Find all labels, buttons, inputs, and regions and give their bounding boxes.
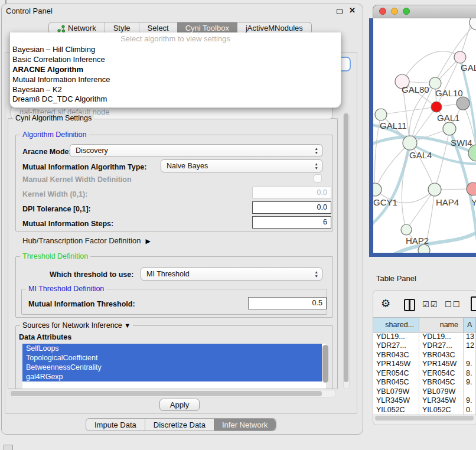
- list-scrollbar-thumb[interactable]: [322, 345, 328, 383]
- network-node[interactable]: [401, 224, 412, 235]
- table-cell: [464, 387, 476, 396]
- table-cell: YBL079W: [373, 387, 419, 396]
- which-threshold-value: MI Threshold: [146, 270, 190, 278]
- dropdown-item-bayesian-hill-climbing[interactable]: Bayesian – Hill Climbing: [12, 45, 110, 55]
- tab-infer-network[interactable]: Infer Network: [214, 419, 276, 431]
- network-node[interactable]: [443, 122, 456, 135]
- table-cell: YER054C: [373, 369, 419, 378]
- network-node-label: GAL1: [437, 113, 459, 123]
- close-icon[interactable]: ✕: [349, 6, 356, 15]
- table-row[interactable]: YPR145WYPR145W9.: [373, 360, 476, 369]
- network-node[interactable]: [375, 109, 387, 120]
- manual-kernel-checkbox[interactable]: [314, 174, 322, 182]
- network-edge[interactable]: [406, 190, 435, 230]
- network-node-label: Y: [471, 197, 476, 207]
- gear-icon[interactable]: ⚙: [381, 297, 390, 310]
- manual-kernel-label: Manual Kernel Width Definition: [22, 175, 132, 184]
- float-window-icon[interactable]: [337, 9, 343, 14]
- which-threshold-select[interactable]: MI Threshold ▲▼: [141, 268, 322, 281]
- mi-threshold-group-title: MI Threshold Definition: [26, 285, 106, 293]
- dpi-tolerance-label: DPI Tolerance [0,1]:: [22, 205, 91, 213]
- tab-impute-data[interactable]: Impute Data: [86, 419, 145, 431]
- mi-steps-label: Mutual Information Steps:: [22, 220, 113, 228]
- table-cell: YLR345W: [373, 396, 419, 405]
- table-row[interactable]: YLR345WYLR345W9.: [373, 396, 476, 405]
- network-node[interactable]: [403, 136, 417, 150]
- network-node[interactable]: [457, 97, 470, 110]
- window-minimize-button[interactable]: [391, 8, 398, 15]
- mi-type-select[interactable]: Naive Bayes ▲▼: [161, 159, 322, 172]
- table-body: YDL19...YDL19...13YDR27...YDR27...12YBR0…: [373, 332, 476, 415]
- aracne-mode-value: Discovery: [76, 146, 108, 155]
- network-edge[interactable]: [381, 107, 436, 115]
- algorithm-dropdown-list: Bayesian – Hill Climbing Basic Correlati…: [12, 45, 110, 105]
- table-cell: YBR045C: [419, 378, 464, 387]
- aracne-mode-select[interactable]: Discovery ▲▼: [70, 144, 322, 157]
- algorithm-dropdown-placeholder: Select algorithm to view settings: [9, 34, 341, 43]
- table-cell: YER054C: [419, 369, 464, 378]
- kernel-width-label: Kernel Width (0,1):: [22, 190, 87, 198]
- dropdown-item-aracne[interactable]: ARACNE Algorithm: [12, 65, 110, 75]
- network-node[interactable]: [431, 102, 442, 112]
- table-cell: 0.: [464, 406, 476, 415]
- algorithm-definition-title: Algorithm Definition: [20, 131, 89, 139]
- column-header-name[interactable]: name: [419, 317, 464, 332]
- network-node-label: HAP4: [436, 197, 459, 207]
- dropdown-item-bayesian-k2[interactable]: Bayesian – K2: [12, 85, 110, 95]
- hub-definition-toggle[interactable]: Hub/Transcription Factor Definition▶: [22, 236, 151, 245]
- table-row[interactable]: YBL079WYBL079W: [373, 387, 476, 396]
- cyni-bottom-tabbar: Impute Data Discretize Data Infer Networ…: [86, 418, 276, 431]
- table-hscrollbar-thumb[interactable]: [375, 416, 474, 420]
- network-node[interactable]: [467, 182, 476, 195]
- dropdown-item-basic-correlation[interactable]: Basic Correlation Inference: [12, 55, 110, 65]
- mi-steps-field[interactable]: 6: [252, 216, 331, 229]
- settings-hscrollbar-thumb[interactable]: [11, 391, 322, 396]
- table-row[interactable]: YBR043CYBR043C: [373, 351, 476, 360]
- sources-group-title[interactable]: Sources for Network Inference ▼: [20, 321, 133, 330]
- table-row[interactable]: YDR27...YDR27...12: [373, 341, 476, 350]
- table-cell: [464, 351, 476, 360]
- columns-icon[interactable]: [404, 299, 415, 311]
- network-node[interactable]: [429, 77, 441, 89]
- table-row[interactable]: YDL19...YDL19...13: [373, 332, 476, 341]
- list-item-topologicalcoefficient[interactable]: TopologicalCoefficient: [22, 353, 322, 363]
- column-header-partial[interactable]: A: [464, 317, 476, 332]
- table-row[interactable]: YER054CYER054C8.: [373, 369, 476, 378]
- network-node-label: GAL: [461, 63, 476, 73]
- list-item-betweennesscentrality[interactable]: BetweennessCentrality: [22, 363, 322, 372]
- dpi-tolerance-field[interactable]: 0.0: [252, 201, 331, 214]
- list-item-gal4rgexp[interactable]: gal4RGexp: [22, 372, 322, 381]
- network-node[interactable]: [470, 18, 476, 30]
- table-cell: YBL079W: [419, 387, 464, 396]
- table-cell: 12: [464, 341, 476, 350]
- network-icon: [57, 24, 65, 32]
- tab-discretize-data[interactable]: Discretize Data: [145, 419, 214, 431]
- network-canvas[interactable]: GALGAL80GAL10GAL1GAL11SWI4GAL4GCY1HAP4YH…: [373, 18, 476, 253]
- dropdown-item-mutual-information[interactable]: Mutual Information Inference: [12, 75, 110, 85]
- column-header-shared[interactable]: shared...: [373, 317, 419, 332]
- network-node[interactable]: [454, 51, 466, 63]
- settings-vscrollbar-thumb[interactable]: [344, 113, 348, 382]
- window-close-button[interactable]: [379, 8, 386, 15]
- apply-button[interactable]: Apply: [159, 399, 200, 411]
- dropdown-item-dream8[interactable]: Dream8 DC_TDC Algorithm: [12, 94, 110, 105]
- bottom-left-panel-icon[interactable]: [4, 445, 13, 450]
- table-panel-title: Table Panel: [376, 274, 416, 283]
- network-node[interactable]: [418, 244, 430, 253]
- table-cell: YDR27...: [419, 341, 464, 350]
- table-row[interactable]: YIL052CYIL052C0.: [373, 406, 476, 415]
- mi-threshold-field[interactable]: 0.5: [248, 297, 327, 309]
- network-window-titlebar[interactable]: [373, 5, 476, 18]
- list-item-selfloops[interactable]: SelfLoops: [22, 344, 322, 353]
- hub-definition-label: Hub/Transcription Factor Definition: [22, 236, 141, 245]
- table-row[interactable]: YBR045CYBR045C9.: [373, 378, 476, 387]
- network-node[interactable]: [428, 183, 441, 196]
- tab-discretize-data-label: Discretize Data: [154, 419, 206, 431]
- window-zoom-button[interactable]: [403, 8, 410, 15]
- deselect-all-icon[interactable]: ☐☐: [445, 300, 461, 309]
- table-cell: 9.: [464, 360, 476, 369]
- control-panel-title: Control Panel: [6, 6, 53, 15]
- select-all-icon[interactable]: ☑☑: [422, 300, 438, 309]
- kernel-width-field[interactable]: 0.0: [252, 187, 331, 198]
- file-icon[interactable]: [471, 296, 476, 311]
